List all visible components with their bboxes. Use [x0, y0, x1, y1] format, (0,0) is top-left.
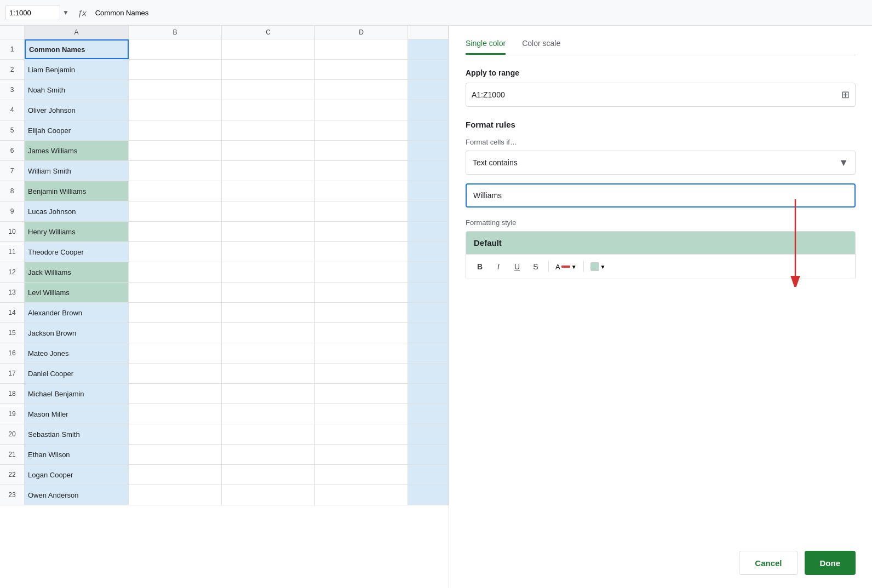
cell-d[interactable]: [315, 181, 408, 201]
cell-a[interactable]: Jack Williams: [25, 262, 129, 282]
cell-b[interactable]: [129, 303, 222, 322]
cell-a[interactable]: Mason Miller: [25, 404, 129, 424]
fill-color-button[interactable]: ▼: [588, 261, 608, 272]
cell-c[interactable]: [222, 181, 315, 201]
cell-c[interactable]: [222, 445, 315, 464]
table-row[interactable]: 6James Williams: [0, 141, 449, 161]
cell-b[interactable]: [129, 465, 222, 485]
cell-ref-dropdown-icon[interactable]: ▼: [62, 9, 69, 16]
cell-d[interactable]: [315, 262, 408, 282]
cell-b[interactable]: [129, 283, 222, 302]
cell-b[interactable]: [129, 161, 222, 181]
cell-b[interactable]: [129, 343, 222, 363]
cell-b[interactable]: [129, 445, 222, 464]
cell-d[interactable]: [315, 141, 408, 160]
cell-a[interactable]: William Smith: [25, 161, 129, 181]
cell-d[interactable]: [315, 404, 408, 424]
cell-c[interactable]: [222, 404, 315, 424]
table-row[interactable]: 4Oliver Johnson: [0, 100, 449, 120]
cell-b[interactable]: [129, 39, 222, 59]
cell-b[interactable]: [129, 404, 222, 424]
cell-c[interactable]: [222, 465, 315, 485]
cell-d[interactable]: [315, 364, 408, 383]
cell-a[interactable]: Michael Benjamin: [25, 384, 129, 403]
table-row[interactable]: 12Jack Williams: [0, 262, 449, 283]
cell-d[interactable]: [315, 323, 408, 343]
cell-c[interactable]: [222, 343, 315, 363]
cell-d[interactable]: [315, 384, 408, 403]
cell-c[interactable]: [222, 141, 315, 160]
cell-d[interactable]: [315, 424, 408, 444]
grid-body[interactable]: 1Common Names2Liam Benjamin3Noah Smith4O…: [0, 39, 449, 588]
cell-c[interactable]: [222, 161, 315, 181]
cell-a[interactable]: Elijah Cooper: [25, 120, 129, 140]
cell-d[interactable]: [315, 39, 408, 59]
table-row[interactable]: 23Owen Anderson: [0, 485, 449, 505]
cell-a[interactable]: Oliver Johnson: [25, 100, 129, 120]
cell-a[interactable]: Logan Cooper: [25, 465, 129, 485]
cell-d[interactable]: [315, 60, 408, 79]
condition-dropdown[interactable]: Text contains ▼: [466, 151, 856, 175]
table-row[interactable]: 17Daniel Cooper: [0, 364, 449, 384]
cell-d[interactable]: [315, 201, 408, 221]
cell-a[interactable]: Levi Williams: [25, 283, 129, 302]
cell-b[interactable]: [129, 262, 222, 282]
table-row[interactable]: 3Noah Smith: [0, 80, 449, 100]
cell-a[interactable]: Noah Smith: [25, 80, 129, 100]
cell-a[interactable]: Liam Benjamin: [25, 60, 129, 79]
cell-d[interactable]: [315, 242, 408, 262]
table-row[interactable]: 20Sebastian Smith: [0, 424, 449, 445]
cell-c[interactable]: [222, 222, 315, 241]
cell-d[interactable]: [315, 445, 408, 464]
done-button[interactable]: Done: [805, 551, 856, 575]
cell-c[interactable]: [222, 262, 315, 282]
tab-color-scale[interactable]: Color scale: [522, 39, 560, 55]
table-row[interactable]: 10Henry Williams: [0, 222, 449, 242]
table-row[interactable]: 22Logan Cooper: [0, 465, 449, 485]
range-row[interactable]: ⊞: [466, 83, 856, 107]
cell-d[interactable]: [315, 100, 408, 120]
cell-a[interactable]: Sebastian Smith: [25, 424, 129, 444]
cell-d[interactable]: [315, 161, 408, 181]
cell-d[interactable]: [315, 222, 408, 241]
cell-b[interactable]: [129, 364, 222, 383]
cell-c[interactable]: [222, 80, 315, 100]
cell-d[interactable]: [315, 343, 408, 363]
formula-bar[interactable]: [95, 5, 867, 20]
cell-b[interactable]: [129, 323, 222, 343]
cell-b[interactable]: [129, 222, 222, 241]
cancel-button[interactable]: Cancel: [739, 551, 798, 575]
cell-ref-input[interactable]: 1:1000: [5, 5, 60, 20]
italic-button[interactable]: I: [490, 259, 507, 274]
table-row[interactable]: 8Benjamin Williams: [0, 181, 449, 201]
cell-c[interactable]: [222, 283, 315, 302]
cell-d[interactable]: [315, 303, 408, 322]
table-row[interactable]: 15Jackson Brown: [0, 323, 449, 343]
cell-d[interactable]: [315, 465, 408, 485]
table-row[interactable]: 2Liam Benjamin: [0, 60, 449, 80]
range-input[interactable]: [472, 90, 837, 99]
cell-a[interactable]: Jackson Brown: [25, 323, 129, 343]
table-row[interactable]: 9Lucas Johnson: [0, 201, 449, 222]
table-row[interactable]: 14Alexander Brown: [0, 303, 449, 323]
table-row[interactable]: 13Levi Williams: [0, 283, 449, 303]
cell-d[interactable]: [315, 485, 408, 505]
cell-a[interactable]: Ethan Wilson: [25, 445, 129, 464]
cell-a[interactable]: Common Names: [25, 39, 129, 59]
cell-b[interactable]: [129, 181, 222, 201]
table-row[interactable]: 19Mason Miller: [0, 404, 449, 424]
cell-a[interactable]: Alexander Brown: [25, 303, 129, 322]
table-row[interactable]: 1Common Names: [0, 39, 449, 60]
cell-b[interactable]: [129, 141, 222, 160]
cell-b[interactable]: [129, 384, 222, 403]
bold-button[interactable]: B: [472, 259, 488, 274]
cell-b[interactable]: [129, 60, 222, 79]
cell-b[interactable]: [129, 120, 222, 140]
cell-b[interactable]: [129, 201, 222, 221]
table-row[interactable]: 16Mateo Jones: [0, 343, 449, 364]
cell-c[interactable]: [222, 424, 315, 444]
cell-b[interactable]: [129, 80, 222, 100]
cell-c[interactable]: [222, 242, 315, 262]
cell-a[interactable]: Daniel Cooper: [25, 364, 129, 383]
cell-d[interactable]: [315, 283, 408, 302]
